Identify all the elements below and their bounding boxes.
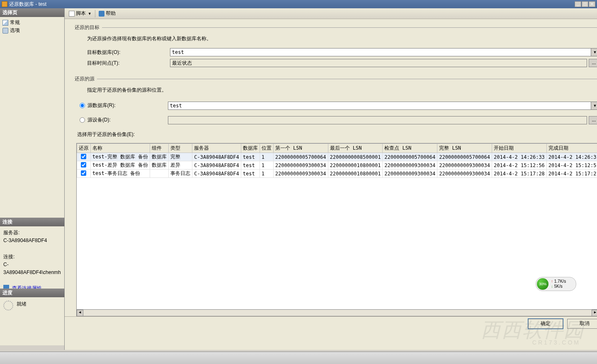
select-page-header: 选择页 [0, 8, 64, 17]
table-row[interactable]: test-完整 数据库 备份数据库完整C-3A89048AF8DF4test12… [77, 153, 597, 161]
help-button[interactable]: 帮助 [97, 9, 117, 18]
cell-server: C-3A89048AF8DF4 [192, 170, 241, 178]
source-db-dropdown[interactable]: ▼ [591, 102, 597, 110]
table-row[interactable]: test-事务日志 备份事务日志C-3A89048AF8DF4test12200… [77, 170, 597, 178]
col-component[interactable]: 组件 [150, 144, 169, 153]
net-speeds: ↑ 1.7K/s ↓ 5K/s [551, 279, 566, 289]
col-restore[interactable]: 还原 [77, 144, 90, 153]
ok-button[interactable]: 确定 [528, 319, 563, 329]
cell-finish: 2014-4-2 14:26:3 [546, 153, 597, 161]
help-icon [99, 11, 104, 17]
source-db-radio[interactable] [80, 103, 85, 108]
col-last-lsn[interactable]: 最后一个 LSN [328, 144, 383, 153]
toolbar: 脚本 ▼ 帮助 [65, 8, 597, 19]
minimize-button[interactable]: _ [575, 1, 581, 7]
content: 脚本 ▼ 帮助 还原的目标 为还原操作选择现有数据库的名称或键入新数据库名称。 … [65, 8, 597, 350]
chevron-down-icon: ▼ [88, 12, 92, 16]
cell-type: 完整 [169, 153, 192, 161]
source-description: 指定用于还原的备份集的源和位置。 [87, 87, 597, 94]
source-legend: 还原的源 [75, 75, 597, 83]
toolbar-separator [95, 10, 95, 17]
cell-finish: 2014-4-2 15:12:5 [546, 161, 597, 170]
target-time-browse[interactable]: ... [589, 59, 597, 67]
grid-table: 还原 名称 组件 类型 服务器 数据库 位置 第一个 LSN 最后一个 LSN … [77, 143, 597, 178]
cell-last-lsn: 22000000008500001 [328, 153, 383, 161]
scroll-track[interactable] [83, 310, 592, 316]
cell-type: 事务日志 [169, 170, 192, 178]
cell-component: 数据库 [150, 161, 169, 170]
target-db-dropdown[interactable]: ▼ [591, 48, 597, 56]
target-time-label: 目标时间点(T): [87, 60, 170, 67]
sidebar-item-options[interactable]: 选项 [2, 27, 62, 34]
cell-checkpoint-lsn: 22000000005700064 [383, 153, 437, 161]
help-label: 帮助 [106, 10, 116, 17]
cell-full-lsn: 22000000009300034 [437, 161, 492, 170]
sidebar-item-label: 常规 [10, 19, 20, 26]
target-description: 为还原操作选择现有数据库的名称或键入新数据库名称。 [87, 35, 597, 42]
target-db-input[interactable] [170, 48, 592, 56]
script-label: 脚本 [76, 10, 86, 17]
cell-last-lsn: 22000000010800001 [328, 161, 383, 170]
cell-name: test-差异 数据库 备份 [90, 161, 150, 170]
col-start-date[interactable]: 开始日期 [492, 144, 547, 153]
cell-first-lsn: 22000000009300034 [273, 161, 328, 170]
cell-name: test-事务日志 备份 [90, 170, 150, 178]
arrow-down-icon: ↓ [551, 284, 553, 289]
source-device-label[interactable]: 源设备(D): [87, 116, 168, 124]
progress-header: 进度 [0, 289, 64, 297]
server-label: 服务器: [3, 229, 61, 237]
row-checkbox[interactable] [81, 162, 86, 167]
row-checkbox[interactable] [81, 154, 86, 159]
script-button[interactable]: 脚本 ▼ [67, 9, 93, 18]
col-name[interactable]: 名称 [90, 144, 150, 153]
cell-database: test [241, 161, 260, 170]
cell-server: C-3A89048AF8DF4 [192, 161, 241, 170]
source-db-input[interactable] [168, 102, 592, 110]
maximize-button[interactable]: □ [582, 1, 588, 7]
table-row[interactable]: test-差异 数据库 备份数据库差异C-3A89048AF8DF4test12… [77, 161, 597, 170]
cell-position: 1 [260, 170, 273, 178]
connection-header: 连接 [0, 218, 64, 226]
col-server[interactable]: 服务器 [192, 144, 241, 153]
cancel-button[interactable]: 取消 [567, 319, 597, 329]
target-db-label: 目标数据库(O): [87, 49, 170, 56]
progress-status: 就绪 [17, 301, 27, 308]
connection-body: 服务器: C-3A89048AF8DF4 连接: C-3A89048AF8DF4… [0, 226, 64, 289]
source-db-label[interactable]: 源数据库(R): [87, 102, 168, 109]
network-speed-widget[interactable]: 30% ↑ 1.7K/s ↓ 5K/s [536, 277, 576, 291]
cell-position: 1 [260, 153, 273, 161]
cell-type: 差异 [169, 161, 192, 170]
server-value: C-3A89048AF8DF4 [3, 237, 61, 245]
conn-label: 连接: [3, 253, 61, 261]
taskbar[interactable] [0, 352, 597, 364]
row-checkbox[interactable] [81, 170, 86, 176]
source-device-input [168, 116, 587, 124]
source-device-radio[interactable] [80, 117, 85, 123]
cell-position: 1 [260, 161, 273, 170]
horizontal-scrollbar[interactable]: ◄ ► [77, 309, 597, 316]
source-device-browse[interactable]: ... [589, 116, 597, 124]
net-percent: 30% [537, 278, 548, 290]
col-finish-date[interactable]: 完成日期 [546, 144, 597, 153]
scroll-right[interactable]: ► [592, 310, 597, 316]
col-first-lsn[interactable]: 第一个 LSN [273, 144, 328, 153]
cell-server: C-3A89048AF8DF4 [192, 153, 241, 161]
col-full-lsn[interactable]: 完整 LSN [437, 144, 492, 153]
close-button[interactable]: ✕ [589, 1, 595, 7]
scroll-left[interactable]: ◄ [77, 310, 83, 316]
col-type[interactable]: 类型 [169, 144, 192, 153]
col-position[interactable]: 位置 [260, 144, 273, 153]
cell-full-lsn: 22000000005700064 [437, 153, 492, 161]
col-checkpoint-lsn[interactable]: 检查点 LSN [383, 144, 437, 153]
cell-checkpoint-lsn: 22000000009300034 [383, 170, 437, 178]
cell-start: 2014-4-2 15:12:56 [492, 161, 547, 170]
col-database[interactable]: 数据库 [241, 144, 260, 153]
sidebar: 选择页 常规 选项 连接 服务器: C-3A89048AF8DF4 连接: C-… [0, 8, 65, 350]
sidebar-item-general[interactable]: 常规 [2, 19, 62, 27]
cell-full-lsn: 22000000009300034 [437, 170, 492, 178]
target-legend: 还原的目标 [75, 24, 597, 31]
select-page-body: 常规 选项 [0, 17, 64, 218]
form-area: 还原的目标 为还原操作选择现有数据库的名称或键入新数据库名称。 目标数据库(O)… [65, 19, 597, 141]
cell-first-lsn: 22000000005700064 [273, 153, 328, 161]
progress-body: 就绪 [0, 297, 64, 345]
